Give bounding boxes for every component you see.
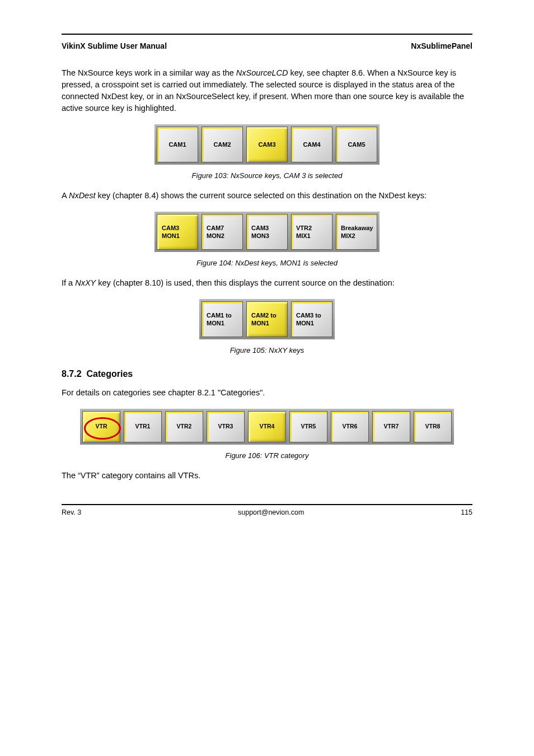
caption-103: Figure 103: NxSource keys, CAM 3 is sele… bbox=[62, 171, 472, 180]
category-button-vtr5[interactable]: VTR5 bbox=[289, 411, 327, 442]
dest-button-mix2[interactable]: BreakawayMIX2 bbox=[336, 214, 377, 250]
category-button-vtr8[interactable]: VTR8 bbox=[414, 411, 452, 442]
xy-button-cam3[interactable]: CAM3 toMON1 bbox=[291, 301, 332, 337]
category-button-vtr6[interactable]: VTR6 bbox=[331, 411, 369, 442]
dest-button-mon1[interactable]: CAM3MON1 bbox=[157, 214, 198, 250]
paragraph-4: For details on categories see chapter 8.… bbox=[62, 387, 472, 399]
dest-button-row: CAM3MON1 CAM7MON2 CAM3MON3 VTR2MIX1 Brea… bbox=[154, 212, 380, 252]
figure-106: VTR VTR1 VTR2 VTR3 VTR4 VTR5 VTR6 VTR7 V… bbox=[62, 409, 472, 445]
xy-button-row: CAM1 toMON1 CAM2 toMON1 CAM3 toMON1 bbox=[199, 299, 335, 339]
paragraph-3: If a NxXY key (chapter 8.10) is used, th… bbox=[62, 277, 472, 289]
source-button-cam2[interactable]: CAM2 bbox=[202, 127, 243, 162]
header-left: VikinX Sublime User Manual bbox=[62, 41, 167, 50]
caption-106: Figure 106: VTR category bbox=[62, 451, 472, 460]
figure-105: CAM1 toMON1 CAM2 toMON1 CAM3 toMON1 bbox=[62, 299, 472, 339]
link-nxxy: NxXY bbox=[75, 278, 96, 287]
caption-104: Figure 104: NxDest keys, MON1 is selecte… bbox=[62, 259, 472, 267]
category-button-vtr7[interactable]: VTR7 bbox=[372, 411, 410, 442]
link-nxsourcelcd: NxSourceLCD bbox=[236, 68, 288, 77]
footer-email: support@nevion.com bbox=[238, 508, 304, 516]
section-number: 8.7.2 bbox=[62, 369, 82, 379]
category-button-vtr1[interactable]: VTR1 bbox=[124, 411, 162, 442]
dest-button-mon3[interactable]: CAM3MON3 bbox=[246, 214, 288, 250]
footer-rev: Rev. 3 bbox=[62, 508, 81, 516]
category-button-vtr2[interactable]: VTR2 bbox=[165, 411, 203, 442]
footer-page: 115 bbox=[461, 508, 472, 516]
source-button-cam5[interactable]: CAM5 bbox=[336, 127, 377, 162]
source-button-cam4[interactable]: CAM4 bbox=[291, 127, 332, 162]
category-button-vtr3[interactable]: VTR3 bbox=[207, 411, 245, 442]
paragraph-1: The NxSource keys work in a similar way … bbox=[62, 67, 472, 114]
figure-103: CAM1 CAM2 CAM3 CAM4 CAM5 bbox=[62, 124, 472, 165]
section-title: Categories bbox=[86, 369, 133, 379]
header-right: NxSublimePanel bbox=[411, 41, 472, 50]
dest-button-mix1[interactable]: VTR2MIX1 bbox=[291, 214, 332, 250]
link-nxdest: NxDest bbox=[69, 191, 96, 200]
source-button-cam3[interactable]: CAM3 bbox=[246, 127, 288, 162]
dest-button-mon2[interactable]: CAM7MON2 bbox=[202, 214, 243, 250]
caption-105: Figure 105: NxXY keys bbox=[62, 346, 472, 354]
category-button-vtr[interactable]: VTR bbox=[82, 411, 120, 442]
category-button-vtr4[interactable]: VTR4 bbox=[248, 411, 286, 442]
xy-button-cam2[interactable]: CAM2 toMON1 bbox=[246, 301, 288, 337]
paragraph-5: The “VTR” category contains all VTRs. bbox=[62, 470, 472, 482]
category-button-row: VTR VTR1 VTR2 VTR3 VTR4 VTR5 VTR6 VTR7 V… bbox=[80, 409, 454, 445]
source-button-row: CAM1 CAM2 CAM3 CAM4 CAM5 bbox=[154, 124, 380, 165]
xy-button-cam1[interactable]: CAM1 toMON1 bbox=[202, 301, 243, 337]
source-button-cam1[interactable]: CAM1 bbox=[157, 127, 198, 162]
page-header: VikinX Sublime User Manual NxSublimePane… bbox=[62, 41, 472, 50]
figure-104: CAM3MON1 CAM7MON2 CAM3MON3 VTR2MIX1 Brea… bbox=[62, 212, 472, 252]
page-footer: Rev. 3 support@nevion.com 115 bbox=[62, 508, 472, 516]
paragraph-2: A NxDest key (chapter 8.4) shows the cur… bbox=[62, 190, 472, 202]
section-heading: 8.7.2 Categories bbox=[62, 369, 472, 379]
